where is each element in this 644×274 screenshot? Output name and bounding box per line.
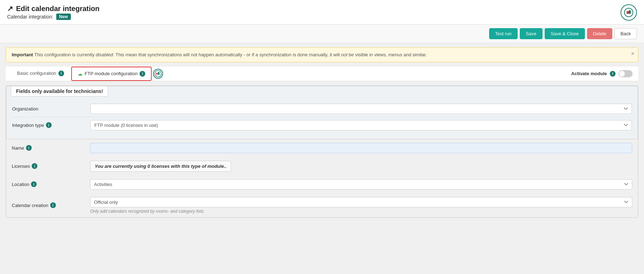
back-button[interactable]: Back bbox=[614, 28, 637, 39]
location-select[interactable]: Activities bbox=[90, 179, 632, 190]
new-badge: New bbox=[56, 14, 71, 20]
calendar-creation-hint: Only add calendars recognized by rooms- … bbox=[90, 209, 632, 214]
svg-rect-2 bbox=[629, 10, 631, 14]
warning-text: This configuration is currently disabled… bbox=[34, 52, 427, 57]
toolbar: Test run Save Save & Close Delete Back bbox=[0, 25, 644, 43]
calendar-creation-info-icon[interactable]: i bbox=[50, 202, 56, 208]
tab-ftp-info-icon[interactable]: i bbox=[140, 71, 145, 77]
calendar-creation-control: Official only Only add calendars recogni… bbox=[90, 197, 632, 214]
calendar-creation-row: Calendar creation i Official only Only a… bbox=[6, 193, 638, 217]
integration-type-control: FTP module (0 licenses in use) bbox=[90, 120, 632, 130]
content-area: Fields only available for technicians! O… bbox=[6, 86, 638, 218]
warning-strong: Important bbox=[12, 52, 33, 57]
page-title: ↗ Edit calendar integration bbox=[7, 4, 99, 13]
licenses-row: Licenses i You are currently using 0 lic… bbox=[6, 157, 638, 176]
integration-type-label: Integration type i bbox=[12, 122, 90, 128]
organization-row: Organization bbox=[12, 101, 632, 117]
activate-module-label: Activate module bbox=[571, 71, 607, 76]
header-right bbox=[621, 4, 637, 21]
header-logo-icon bbox=[621, 4, 637, 21]
name-info-icon[interactable]: i bbox=[26, 145, 32, 151]
subtitle-text: Calendar integration: bbox=[7, 14, 53, 20]
licenses-label: Licenses i bbox=[12, 163, 90, 169]
page-subtitle: Calendar integration: New bbox=[7, 14, 99, 20]
tabs-right: Activate module i bbox=[571, 70, 633, 77]
save-button[interactable]: Save bbox=[520, 28, 543, 39]
tab-logo[interactable] bbox=[153, 69, 163, 79]
integration-type-row: Integration type i FTP module (0 license… bbox=[12, 117, 632, 133]
location-info-icon[interactable]: i bbox=[31, 181, 37, 187]
svg-rect-4 bbox=[156, 73, 158, 75]
tab-ftp-label: FTP module configuration bbox=[85, 71, 138, 76]
integration-type-select[interactable]: FTP module (0 licenses in use) bbox=[90, 120, 632, 130]
activate-module-info-icon[interactable]: i bbox=[610, 71, 616, 77]
tab-basic-info-icon[interactable]: i bbox=[58, 71, 64, 76]
technician-fieldset: Fields only available for technicians! O… bbox=[6, 86, 638, 139]
tab-basic-configuration[interactable]: Basic configuration i bbox=[11, 67, 70, 81]
tab-ftp-configuration[interactable]: ☁ FTP module configuration i bbox=[71, 67, 152, 81]
licenses-text: You are currently using 0 licenses with … bbox=[90, 161, 231, 172]
integration-type-info-icon[interactable]: i bbox=[46, 122, 52, 128]
edit-icon: ↗ bbox=[7, 4, 13, 13]
activate-module-toggle[interactable] bbox=[618, 70, 633, 77]
calendar-creation-label: Calendar creation i bbox=[12, 202, 90, 208]
tab-basic-label: Basic configuration bbox=[17, 71, 56, 76]
location-label: Location i bbox=[12, 181, 90, 187]
main-form: Name i Licenses i You are currently usin… bbox=[6, 139, 638, 217]
title-text: Edit calendar integration bbox=[16, 5, 99, 13]
licenses-info-icon[interactable]: i bbox=[32, 163, 37, 169]
form-container: Fields only available for technicians! O… bbox=[6, 86, 638, 218]
technician-legend: Fields only available for technicians! bbox=[11, 86, 108, 97]
save-close-button[interactable]: Save & Close bbox=[545, 28, 585, 39]
ftp-tab-icon: ☁ bbox=[78, 71, 83, 77]
header-left: ↗ Edit calendar integration Calendar int… bbox=[7, 4, 99, 20]
svg-rect-5 bbox=[158, 72, 159, 75]
name-row: Name i bbox=[6, 139, 638, 157]
name-label: Name i bbox=[12, 145, 90, 151]
page-header: ↗ Edit calendar integration Calendar int… bbox=[0, 0, 644, 25]
location-row: Location i Activities bbox=[6, 176, 638, 193]
licenses-control: You are currently using 0 licenses with … bbox=[90, 161, 632, 172]
svg-rect-1 bbox=[627, 11, 629, 14]
technician-fieldset-body: Organization Integration type i bbox=[6, 97, 638, 139]
tabs-bar: Basic configuration i ☁ FTP module confi… bbox=[6, 67, 638, 81]
tabs-left: Basic configuration i ☁ FTP module confi… bbox=[11, 67, 163, 81]
delete-button[interactable]: Delete bbox=[587, 28, 613, 39]
name-input[interactable] bbox=[90, 143, 632, 153]
test-run-button[interactable]: Test run bbox=[489, 28, 518, 39]
organization-label: Organization bbox=[12, 106, 90, 112]
organization-control bbox=[90, 104, 632, 114]
location-control: Activities bbox=[90, 179, 632, 190]
organization-select[interactable] bbox=[90, 104, 632, 114]
warning-close-button[interactable]: × bbox=[631, 51, 634, 57]
name-control bbox=[90, 143, 632, 153]
warning-banner: Important This configuration is currentl… bbox=[6, 47, 638, 62]
calendar-creation-select[interactable]: Official only bbox=[90, 197, 632, 207]
